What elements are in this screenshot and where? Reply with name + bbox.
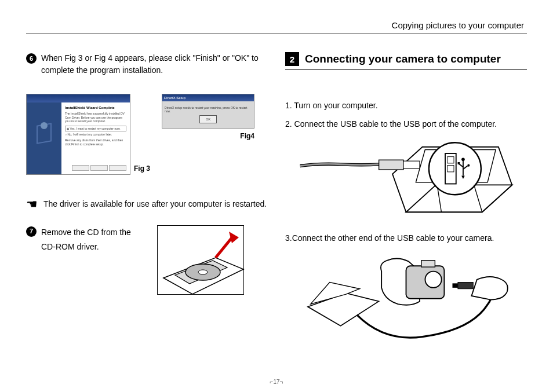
fig3-cancel-button (109, 165, 126, 171)
svg-rect-10 (445, 153, 456, 184)
step-7-row: 7 Remove the CD from the CD-ROM driver. (26, 225, 268, 295)
pointing-hand-icon: ☚ (26, 198, 38, 211)
header-rule (26, 34, 527, 34)
fig3-opt2: ○ No, I will restart my computer later. (65, 133, 126, 137)
fig3-opt1: ◉ Yes, I want to restart my computer now… (65, 126, 126, 131)
svg-rect-7 (379, 160, 403, 170)
svg-point-18 (425, 272, 441, 288)
left-column: 6 When Fig 3 or Fig 4 appears, please cl… (26, 52, 268, 342)
restart-note: ☚ The driver is available for use after … (26, 198, 268, 211)
fig3-body1: The InstallShield has successfully insta… (65, 112, 126, 123)
fig4-body-text: DirectX setup needs to restart your mach… (165, 106, 252, 113)
camera-connection-illustration (285, 250, 527, 342)
fig3-finish-button (90, 165, 108, 171)
fig3-screenshot: InstallShield Wizard Complete The Instal… (26, 94, 130, 175)
fig3-win-title: InstallShield Wizard Complete (65, 106, 126, 109)
step-7-text: Remove the CD from the CD-ROM driver. (41, 225, 140, 254)
svg-point-1 (41, 122, 48, 129)
usb-laptop-illustration (285, 136, 527, 223)
right-step-2: 2. Connect the USB cable to the USB port… (285, 118, 527, 131)
svg-rect-19 (421, 261, 435, 267)
cdrom-illustration (157, 225, 244, 295)
fig4-screenshot: DirectX Setup DirectX setup needs to res… (162, 94, 254, 129)
step-7-bullet: 7 (26, 226, 37, 237)
fig3-caption: Fig 3 (134, 164, 150, 173)
svg-rect-8 (403, 161, 420, 168)
svg-rect-20 (458, 283, 473, 289)
fig3-back-button (72, 165, 89, 171)
section-rule (285, 69, 527, 70)
section-2-title: Connecting your camera to computer (305, 53, 501, 65)
svg-rect-21 (453, 284, 458, 288)
svg-rect-14 (458, 162, 460, 164)
page-header-title: Copying pictures to your computer (392, 20, 524, 30)
figures-row: InstallShield Wizard Complete The Instal… (26, 94, 268, 175)
fig4-win-title: DirectX Setup (162, 94, 254, 101)
section-2-heading: 2 Connecting your camera to computer (285, 52, 527, 66)
right-column: 2 Connecting your camera to computer 1. … (285, 52, 527, 342)
fig4-ok-button: OK (199, 115, 217, 123)
svg-point-5 (198, 270, 208, 274)
right-step-3: 3.Connect the other end of the USB cable… (285, 232, 527, 246)
step-6: 6 When Fig 3 or Fig 4 appears, please cl… (26, 52, 268, 76)
restart-note-text: The driver is available for use after yo… (43, 198, 267, 210)
page-number: ⌐17¬ (270, 379, 283, 385)
section-2-number: 2 (285, 52, 299, 66)
svg-point-15 (467, 164, 470, 166)
step-6-bullet: 6 (26, 53, 37, 64)
fig4-caption: Fig4 (240, 132, 254, 140)
fig3-body2: Remove any disks from their drives, and … (65, 138, 126, 146)
step-6-text: When Fig 3 or Fig 4 appears, please clic… (41, 52, 268, 76)
right-step-1: 1. Turn on your computer. (285, 99, 527, 113)
